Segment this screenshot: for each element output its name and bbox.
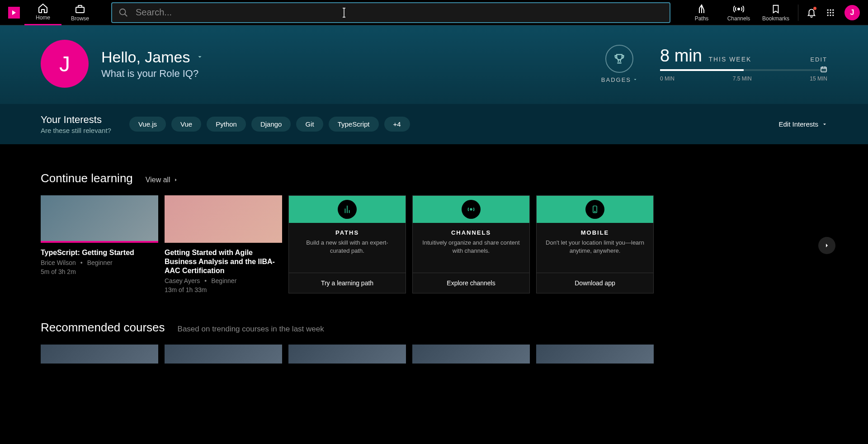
calendar-icon[interactable] bbox=[820, 66, 827, 73]
nav-channels[interactable]: Channels bbox=[720, 0, 757, 25]
continue-learning-title: Continue learning bbox=[41, 171, 133, 185]
user-avatar[interactable]: J bbox=[844, 5, 860, 20]
interest-pill[interactable]: Django bbox=[251, 117, 291, 132]
interest-pill[interactable]: Vue bbox=[171, 117, 201, 132]
svg-point-7 bbox=[830, 12, 831, 13]
notifications-button[interactable] bbox=[802, 3, 821, 22]
search-icon bbox=[118, 8, 128, 18]
svg-point-6 bbox=[827, 12, 829, 13]
role-iq-link[interactable]: What is your Role IQ? bbox=[101, 68, 203, 80]
view-all-link[interactable]: View all bbox=[146, 176, 179, 184]
interest-pill[interactable]: Git bbox=[296, 117, 323, 132]
paths-icon bbox=[338, 200, 357, 219]
download-app-button[interactable]: Download app bbox=[537, 273, 653, 293]
try-path-button[interactable]: Try a learning path bbox=[289, 273, 406, 293]
bookmark-icon bbox=[770, 4, 781, 14]
course-thumbnail bbox=[165, 195, 282, 243]
nav-browse-label: Browse bbox=[71, 15, 89, 22]
recommended-row bbox=[41, 345, 827, 364]
interest-pill[interactable]: TypeScript bbox=[329, 117, 379, 132]
mobile-icon bbox=[585, 200, 604, 219]
home-icon bbox=[38, 3, 48, 14]
course-thumbnail[interactable] bbox=[412, 345, 530, 364]
interests-sub: Are these still relevant? bbox=[41, 127, 111, 134]
promo-paths: PATHS Build a new skill with an expert-c… bbox=[288, 195, 406, 293]
edit-interests-button[interactable]: Edit Interests bbox=[778, 120, 827, 128]
interest-pills: Vue.js Vue Python Django Git TypeScript … bbox=[129, 117, 410, 132]
search-input[interactable] bbox=[111, 2, 670, 23]
text-cursor-icon bbox=[340, 8, 349, 18]
svg-point-10 bbox=[830, 14, 831, 16]
svg-point-15 bbox=[594, 211, 595, 212]
chevron-down-icon bbox=[633, 77, 637, 82]
nav-browse[interactable]: Browse bbox=[61, 0, 99, 25]
course-card[interactable]: Getting Started with Agile Business Anal… bbox=[165, 195, 282, 293]
nav-bookmarks[interactable]: Bookmarks bbox=[757, 0, 794, 25]
continue-row: TypeScript: Getting Started Brice Wilson… bbox=[41, 195, 827, 293]
goal-time: 8 min bbox=[660, 46, 702, 65]
header: Home Browse Paths Channels bbox=[0, 0, 868, 25]
briefcase-icon bbox=[75, 4, 85, 14]
svg-rect-0 bbox=[76, 7, 84, 13]
chevron-down-icon bbox=[822, 122, 827, 127]
badges-section[interactable]: BADGES bbox=[601, 45, 637, 83]
recommended-sub: Based on trending courses in the last we… bbox=[178, 325, 324, 334]
interest-pill[interactable]: Python bbox=[207, 117, 246, 132]
svg-point-2 bbox=[738, 8, 740, 10]
chevron-right-icon bbox=[173, 177, 179, 183]
nav-home[interactable]: Home bbox=[24, 0, 61, 25]
course-thumbnail bbox=[41, 195, 158, 243]
svg-point-11 bbox=[832, 14, 834, 16]
nav-home-label: Home bbox=[36, 14, 50, 21]
search-wrap bbox=[111, 2, 670, 23]
promo-mobile: MOBILE Don't let your location limit you… bbox=[536, 195, 654, 293]
course-thumbnail[interactable] bbox=[288, 345, 406, 364]
svg-point-13 bbox=[470, 208, 472, 210]
nav-paths[interactable]: Paths bbox=[683, 0, 720, 25]
course-card[interactable]: TypeScript: Getting Started Brice Wilson… bbox=[41, 195, 158, 293]
logo[interactable] bbox=[8, 7, 20, 19]
channels-icon bbox=[462, 200, 481, 219]
course-thumbnail[interactable] bbox=[41, 345, 158, 364]
apps-button[interactable] bbox=[821, 3, 840, 22]
svg-point-5 bbox=[832, 9, 834, 10]
svg-point-3 bbox=[827, 9, 829, 10]
svg-rect-12 bbox=[821, 67, 826, 72]
promo-channels: CHANNELS Intuitively organize and share … bbox=[412, 195, 530, 293]
weekly-goal: 8 min THIS WEEK EDIT 0 MIN 7.5 MIN 15 MI… bbox=[660, 46, 827, 82]
paths-icon bbox=[696, 4, 707, 14]
svg-point-1 bbox=[120, 9, 126, 14]
divider bbox=[798, 5, 798, 21]
user-avatar-large: J bbox=[41, 40, 89, 88]
channels-icon bbox=[733, 4, 744, 14]
hero: J Hello, James What is your Role IQ? BAD… bbox=[0, 25, 868, 104]
greeting: Hello, James bbox=[101, 48, 203, 66]
goal-progress-bar bbox=[660, 69, 827, 71]
trophy-icon bbox=[605, 45, 633, 73]
edit-goal-button[interactable]: EDIT bbox=[810, 56, 827, 63]
recommended-title: Recommended courses bbox=[41, 321, 165, 335]
course-thumbnail[interactable] bbox=[165, 345, 282, 364]
svg-point-8 bbox=[832, 12, 834, 13]
interest-pill[interactable]: Vue.js bbox=[129, 117, 166, 132]
interests-row: Your Interests Are these still relevant?… bbox=[0, 104, 868, 144]
interests-title: Your Interests bbox=[41, 114, 111, 126]
right-nav: Paths Channels Bookmarks J bbox=[683, 0, 864, 25]
interest-pill-more[interactable]: +4 bbox=[384, 117, 410, 132]
svg-point-9 bbox=[827, 14, 829, 16]
course-thumbnail[interactable] bbox=[536, 345, 654, 364]
chevron-down-icon[interactable] bbox=[197, 54, 203, 60]
explore-channels-button[interactable]: Explore channels bbox=[413, 273, 529, 293]
svg-point-4 bbox=[830, 9, 831, 10]
scroll-right-button[interactable] bbox=[818, 237, 835, 254]
notification-dot bbox=[813, 7, 816, 10]
